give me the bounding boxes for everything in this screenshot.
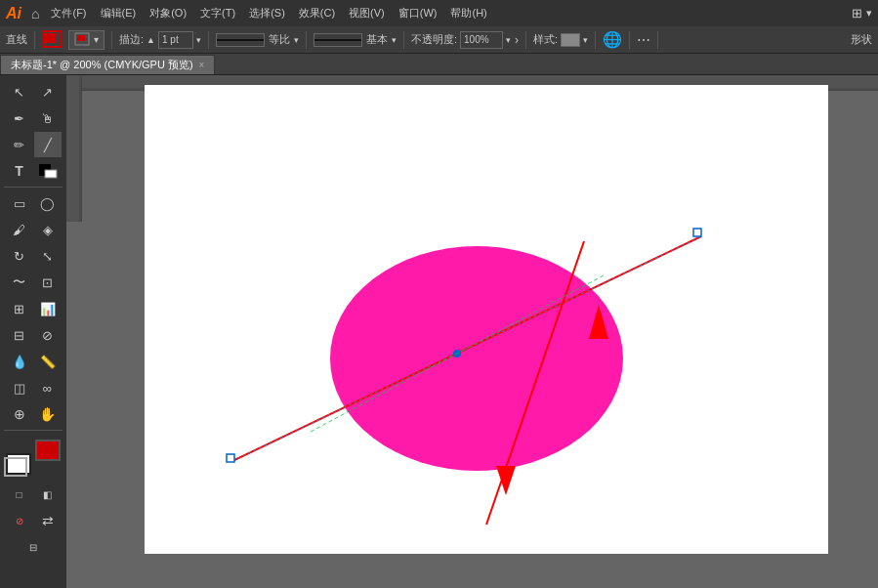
- tool-row-5: ▭ ◯: [6, 190, 62, 216]
- fg-color-swatch[interactable]: [35, 440, 61, 461]
- stroke-outline-box[interactable]: [4, 457, 27, 477]
- anchor-top-right: [693, 229, 701, 236]
- style-swatch[interactable]: [561, 33, 580, 47]
- menu-object[interactable]: 对象(O): [144, 4, 192, 22]
- title-bar: Ai ⌂ 文件(F) 编辑(E) 对象(O) 文字(T) 选择(S) 效果(C)…: [0, 0, 878, 26]
- tool-row-10: ⊟ ⊘: [6, 322, 62, 348]
- direct-select-btn[interactable]: ↗: [34, 79, 62, 105]
- expand-icon[interactable]: ▾: [866, 7, 872, 20]
- tab-title: 未标题-1* @ 200% (CMYK/GPU 预览): [11, 58, 193, 72]
- ruler-vertical: [66, 75, 82, 222]
- tool-row-12: ◫ ∞: [6, 375, 62, 400]
- tab-close-btn[interactable]: ×: [199, 60, 205, 70]
- line-style-preview[interactable]: [216, 33, 265, 47]
- swap-btn[interactable]: ⇄: [34, 508, 62, 533]
- svg-rect-3: [77, 35, 85, 41]
- stroke-color-group: ▾: [42, 30, 105, 50]
- measure-tool-btn[interactable]: 📏: [34, 349, 62, 374]
- zoom-tool-btn[interactable]: ⊕: [6, 401, 33, 427]
- home-icon[interactable]: ⌂: [31, 6, 39, 21]
- options-toolbar: 直线 ▾ 描边: ▲ ▾ 等比 ▾ 基本 ▾ 不透明度: ▾ ›: [0, 26, 878, 54]
- stroke-width-input[interactable]: [158, 31, 193, 49]
- shape-tool-btn[interactable]: 🖱: [34, 105, 62, 131]
- stroke-swatch[interactable]: [42, 30, 65, 50]
- text-tool-btn[interactable]: T: [6, 158, 33, 184]
- toolbar-divider-7: [595, 31, 596, 49]
- menu-text[interactable]: 文字(T): [194, 4, 241, 22]
- gradient-tool-btn[interactable]: ◫: [6, 375, 33, 400]
- left-toolbar-divider-1: [4, 187, 63, 188]
- globe-icon[interactable]: 🌐: [603, 30, 622, 49]
- eyedropper-btn[interactable]: 💧: [6, 349, 33, 374]
- gradient-mode-btn[interactable]: ◧: [34, 482, 62, 507]
- warp-tool-btn[interactable]: 〜: [6, 270, 33, 295]
- opacity-group: 不透明度: ▾: [411, 31, 511, 49]
- opacity-dropdown[interactable]: ▾: [506, 35, 511, 45]
- stroke-unit-dropdown[interactable]: ▾: [196, 35, 201, 45]
- blend-tool-btn[interactable]: ∞: [34, 375, 62, 400]
- none-btn[interactable]: ⊘: [6, 508, 33, 533]
- menu-select[interactable]: 选择(S): [243, 4, 291, 22]
- selection-tool-btn[interactable]: ↖: [6, 79, 33, 105]
- rect-tool-btn[interactable]: ▭: [6, 190, 33, 216]
- normal-mode-btn[interactable]: □: [6, 482, 33, 507]
- menu-view[interactable]: 视图(V): [343, 4, 391, 22]
- main-area: ↖ ↗ ✒ 🖱 ✏ ╱ T ▭ ◯ 🖌 ◈: [0, 75, 878, 588]
- stroke-type-btn[interactable]: ▾: [68, 30, 105, 50]
- slice-tool-btn[interactable]: ⊘: [34, 322, 62, 348]
- ellipse-tool-btn[interactable]: ◯: [34, 190, 62, 216]
- fill-color-indicator: [37, 441, 59, 459]
- line-tool-btn[interactable]: ╱: [34, 132, 62, 157]
- style-dropdown[interactable]: ▾: [583, 35, 588, 45]
- screen-mode-btn[interactable]: ⊟: [5, 534, 62, 560]
- free-transform-btn[interactable]: ⊡: [34, 270, 62, 295]
- grid-icon[interactable]: ⋯: [637, 32, 650, 48]
- line-base-dropdown[interactable]: ▾: [392, 35, 397, 45]
- stroke-up-btn[interactable]: ▲: [146, 35, 155, 45]
- svg-rect-8: [66, 75, 81, 222]
- style-label: 样式:: [533, 32, 558, 47]
- tool-row-selection: ↖ ↗: [6, 79, 62, 105]
- pencil-tool-btn[interactable]: ✏: [6, 132, 33, 157]
- main-line: [232, 236, 701, 461]
- toolbar-divider-9: [657, 31, 658, 49]
- tool-row-screen-mode: ⊟: [5, 534, 62, 560]
- symbol-tool-btn[interactable]: ⊞: [6, 296, 33, 321]
- fill-btn[interactable]: [34, 158, 62, 184]
- opacity-more-btn[interactable]: ›: [515, 33, 519, 47]
- title-right-icons: ⊞ ▾: [852, 6, 872, 21]
- layout-icon[interactable]: ⊞: [852, 6, 862, 21]
- opacity-label: 不透明度:: [411, 32, 457, 47]
- tool-row-13: ⊕ ✋: [6, 401, 62, 427]
- graph-tool-btn[interactable]: 📊: [34, 296, 62, 321]
- toolbar-divider-4: [306, 31, 307, 49]
- menu-help[interactable]: 帮助(H): [444, 4, 492, 22]
- tool-row-color-extras: ⊘ ⇄: [6, 508, 62, 533]
- brush-tool-btn[interactable]: 🖌: [6, 217, 33, 242]
- tool-mode-label: 直线: [6, 32, 27, 47]
- eraser-tool-btn[interactable]: ◈: [34, 217, 62, 242]
- menu-edit[interactable]: 编辑(E): [95, 4, 143, 22]
- active-tab[interactable]: 未标题-1* @ 200% (CMYK/GPU 预览) ×: [0, 55, 215, 74]
- line-base-preview[interactable]: [314, 33, 362, 47]
- rotate-tool-btn[interactable]: ↻: [6, 243, 33, 269]
- line-style-dropdown[interactable]: ▾: [294, 35, 299, 45]
- menu-effect[interactable]: 效果(C): [293, 4, 341, 22]
- artboard: [145, 85, 828, 554]
- toolbar-divider-3: [208, 31, 209, 49]
- menu-file[interactable]: 文件(F): [45, 4, 92, 22]
- pen-tool-btn[interactable]: ✒: [6, 105, 33, 131]
- left-toolbar: ↖ ↗ ✒ 🖱 ✏ ╱ T ▭ ◯ 🖌 ◈: [0, 75, 66, 588]
- arrow-up-head: [589, 305, 608, 339]
- menu-window[interactable]: 窗口(W): [393, 4, 443, 22]
- artboard-tool-btn[interactable]: ⊟: [6, 322, 33, 348]
- opacity-input[interactable]: [460, 31, 503, 49]
- svg-rect-5: [45, 170, 57, 178]
- second-line: [486, 241, 584, 525]
- toolbar-divider-6: [525, 31, 526, 49]
- svg-rect-1: [45, 33, 57, 43]
- toolbar-divider-2: [111, 31, 112, 49]
- scale-tool-btn[interactable]: ⤡: [34, 243, 62, 269]
- arrow-down-head: [496, 466, 516, 495]
- hand-tool-btn[interactable]: ✋: [34, 401, 62, 427]
